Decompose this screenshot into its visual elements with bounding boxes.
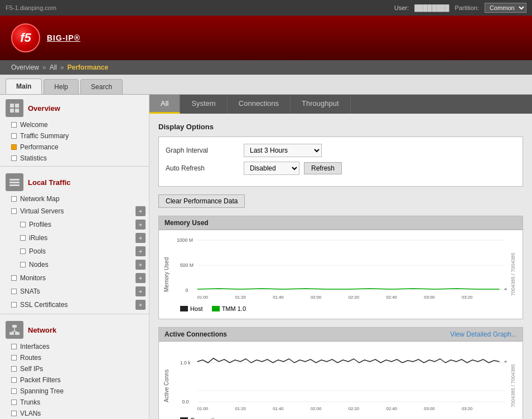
connections-chart-header: Active Connections View Detailed Graph..… xyxy=(159,328,523,342)
svg-marker-41 xyxy=(504,360,506,363)
sidebar-item-pools[interactable]: Pools + xyxy=(20,245,149,258)
network-title[interactable]: Network xyxy=(28,326,56,334)
sidebar-item-irules[interactable]: iRules + xyxy=(20,231,149,245)
auto-refresh-select[interactable]: Disabled Enabled xyxy=(244,162,299,175)
sidebar-item-nodes[interactable]: Nodes + xyxy=(20,258,149,271)
svg-text:02:40: 02:40 xyxy=(386,406,397,411)
sidebar-item-self-ips[interactable]: Self IPs xyxy=(11,363,149,374)
svg-text:02:40: 02:40 xyxy=(386,295,397,300)
user-label: User: xyxy=(394,4,409,11)
memory-chart-legend: Host TMM 1.0 xyxy=(176,303,510,314)
statistics-label: Statistics xyxy=(20,154,146,162)
breadcrumb: Overview » All » Performance xyxy=(0,60,532,75)
tmm-legend-color xyxy=(212,306,220,311)
profiles-expand[interactable]: + xyxy=(136,220,146,230)
svg-rect-1 xyxy=(15,104,19,108)
memory-chart-header: Memory Used xyxy=(159,216,523,230)
snats-expand[interactable]: + xyxy=(136,286,146,296)
irules-label: iRules xyxy=(29,234,136,242)
connections-chart-inner: 1.0 k 0.0 01:00 01:20 01:40 02:00 02:20 … xyxy=(176,346,510,419)
snats-checkbox xyxy=(11,289,17,294)
memory-legend-tmm: TMM 1.0 xyxy=(212,305,246,312)
connections-legend-item: Connections xyxy=(180,417,224,419)
sidebar-item-routes[interactable]: Routes xyxy=(11,352,149,363)
app-header: f5 BIG-IP® xyxy=(0,16,532,60)
sidebar-item-interfaces[interactable]: Interfaces xyxy=(11,341,149,352)
sidebar: Overview Welcome Traffic Summary Perform… xyxy=(0,95,149,419)
self-ips-label: Self IPs xyxy=(20,365,146,373)
breadcrumb-all[interactable]: All xyxy=(50,64,57,71)
product-name: BIG-IP® xyxy=(47,33,80,42)
sidebar-section-overview-header: Overview xyxy=(0,95,149,119)
connections-chart-body: Active Conns 1.0 k 0.0 01:00 0 xyxy=(159,342,523,419)
refresh-button[interactable]: Refresh xyxy=(304,162,342,174)
sidebar-item-profiles[interactable]: Profiles + xyxy=(20,218,149,231)
performance-label: Performance xyxy=(20,143,146,151)
tab-main[interactable]: Main xyxy=(6,79,42,94)
svg-rect-3 xyxy=(15,109,19,113)
pools-expand[interactable]: + xyxy=(136,246,146,256)
sidebar-item-network-map[interactable]: Network Map xyxy=(11,193,149,204)
sidebar-item-ssl-certificates[interactable]: SSL Certificates + xyxy=(11,298,149,311)
breadcrumb-overview[interactable]: Overview xyxy=(11,64,39,71)
connections-detail-link[interactable]: View Detailed Graph... xyxy=(450,330,517,338)
sidebar-item-statistics[interactable]: Statistics xyxy=(11,153,149,164)
interfaces-label: Interfaces xyxy=(20,343,146,350)
sub-tab-system[interactable]: System xyxy=(180,95,227,114)
trunks-label: Trunks xyxy=(20,398,146,406)
local-traffic-title[interactable]: Local Traffic xyxy=(28,178,71,187)
svg-text:02:20: 02:20 xyxy=(349,295,360,300)
sidebar-item-monitors[interactable]: Monitors + xyxy=(11,271,149,285)
sub-tab-all[interactable]: All xyxy=(149,95,180,114)
sidebar-item-welcome[interactable]: Welcome xyxy=(11,119,149,130)
sidebar-item-vlans[interactable]: VLANs xyxy=(11,408,149,419)
graph-interval-select[interactable]: Last 3 Hours Last 1 Hour Last 24 Hours xyxy=(244,144,322,157)
divider-2 xyxy=(0,314,149,314)
breadcrumb-current: Performance xyxy=(67,64,108,71)
network-map-label: Network Map xyxy=(20,195,146,203)
sidebar-item-performance[interactable]: Performance xyxy=(11,142,149,153)
clear-performance-button[interactable]: Clear Performance Data xyxy=(158,194,245,208)
svg-line-12 xyxy=(14,331,17,332)
virtual-servers-expand[interactable]: + xyxy=(136,206,146,216)
svg-text:0: 0 xyxy=(185,288,188,293)
sidebar-item-snats[interactable]: SNATs + xyxy=(11,285,149,298)
tab-search[interactable]: Search xyxy=(80,79,123,94)
monitors-expand[interactable]: + xyxy=(136,273,146,283)
virtual-servers-checkbox xyxy=(11,208,17,214)
f5-logo: f5 xyxy=(11,23,40,52)
svg-text:01:00: 01:00 xyxy=(197,406,209,411)
sub-tab-connections[interactable]: Connections xyxy=(228,95,291,114)
irules-expand[interactable]: + xyxy=(136,233,146,243)
packet-filters-label: Packet Filters xyxy=(20,376,146,384)
sub-tab-throughput[interactable]: Throughput xyxy=(291,95,351,114)
sidebar-item-spanning-tree[interactable]: Spanning Tree xyxy=(11,386,149,397)
sidebar-item-packet-filters[interactable]: Packet Filters xyxy=(11,374,149,386)
interfaces-checkbox xyxy=(11,344,17,349)
traffic-summary-checkbox xyxy=(11,133,17,139)
memory-chart-body: Memory Used 1000 M 500 M 0 01: xyxy=(159,230,523,319)
username-display: ████████ xyxy=(414,4,449,11)
svg-text:03:00: 03:00 xyxy=(424,406,435,411)
memory-chart-section: Memory Used Memory Used 1000 M 500 M xyxy=(158,216,523,319)
partition-select[interactable]: Common All xyxy=(485,3,526,13)
nodes-checkbox xyxy=(20,262,26,267)
nodes-expand[interactable]: + xyxy=(136,260,146,270)
divider-1 xyxy=(0,166,149,167)
logo-text: f5 xyxy=(20,31,31,45)
overview-title[interactable]: Overview xyxy=(28,104,60,113)
monitors-label: Monitors xyxy=(20,274,136,282)
svg-line-11 xyxy=(12,331,14,332)
memory-y-label: Memory Used xyxy=(163,235,173,314)
spanning-tree-label: Spanning Tree xyxy=(20,387,146,395)
routes-label: Routes xyxy=(20,354,146,362)
sidebar-item-trunks[interactable]: Trunks xyxy=(11,397,149,408)
sidebar-item-traffic-summary[interactable]: Traffic Summary xyxy=(11,130,149,142)
svg-text:02:20: 02:20 xyxy=(349,406,360,411)
memory-chart-svg: 1000 M 500 M 0 01:00 01:20 01:40 02:00 0… xyxy=(176,235,510,301)
ssl-certificates-expand[interactable]: + xyxy=(136,300,146,310)
memory-right-label: 7004385 / 7004385 xyxy=(510,235,518,314)
tab-help[interactable]: Help xyxy=(43,79,79,94)
sidebar-item-virtual-servers[interactable]: Virtual Servers + xyxy=(11,204,149,218)
top-bar-right: User: ████████ Partition: Common All xyxy=(394,3,526,13)
